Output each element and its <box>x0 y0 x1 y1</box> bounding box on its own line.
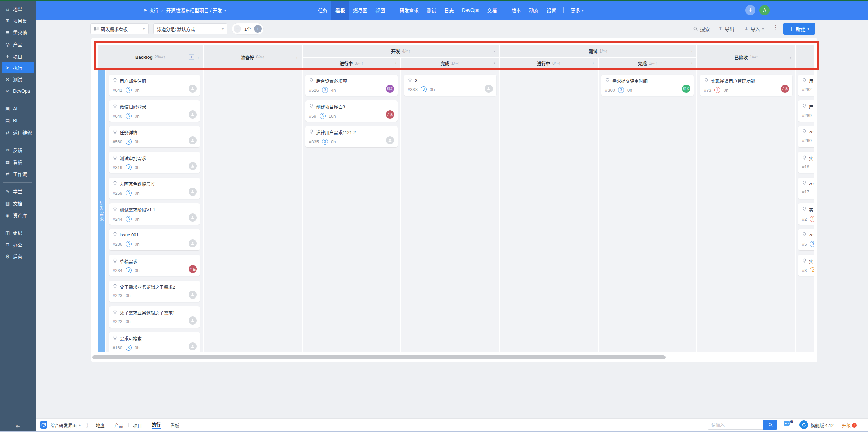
sidebar-item-学堂[interactable]: ✎学堂 <box>0 185 36 197</box>
assignee-avatar-icon[interactable] <box>189 213 197 222</box>
assignee-avatar[interactable]: 产品 <box>386 110 394 119</box>
quick-create-button[interactable]: + <box>745 5 755 15</box>
assignee-avatar-icon[interactable] <box>386 136 394 144</box>
kanban-card[interactable]: 实现禅道用户管理功能#7310h产品 <box>700 75 792 96</box>
nav-item-设置[interactable]: 设置 <box>543 1 560 20</box>
column-menu-icon[interactable]: ⋮ <box>295 55 299 60</box>
assignee-avatar-icon[interactable] <box>189 162 197 170</box>
column-header-开发[interactable]: 开发4/∞↑⋮ <box>303 45 499 57</box>
column-menu-icon[interactable]: ⋮ <box>690 48 694 54</box>
sidebar-item-AI[interactable]: ▣AI <box>0 103 36 115</box>
kanban-card[interactable]: 去阿瓦色跌幅层长#25930h <box>109 178 200 199</box>
sidebar-item-后台[interactable]: ⚙后台 <box>0 250 36 262</box>
kanban-card[interactable]: 微信扫码登录#64030h <box>109 100 200 122</box>
kanban-card[interactable]: 用户邮件注册#64130h <box>109 75 200 96</box>
sidebar-item-地盘[interactable]: ⌂地盘 <box>0 3 36 15</box>
kanban-card[interactable]: 任务详情#56030h <box>109 126 200 147</box>
assignee-avatar-icon[interactable] <box>189 316 197 325</box>
kanban-card[interactable]: 实#18 <box>798 152 814 173</box>
kanban-card[interactable]: 用#282 <box>798 75 814 96</box>
sidebar-item-测试[interactable]: ⊙测试 <box>0 73 36 85</box>
kanban-card[interactable]: 后台设置必填项#52634h研发 <box>305 75 398 96</box>
nav-item-任务[interactable]: 任务 <box>314 1 331 20</box>
sidebar-item-办公[interactable]: ⊟办公 <box>0 239 36 250</box>
breadcrumb-path[interactable]: 开源版瀑布模型项目 / 开发 <box>166 7 222 14</box>
kanban-card[interactable]: 道律用户需求1121-2#33530h <box>305 126 398 147</box>
assignee-avatar-icon[interactable] <box>189 291 197 299</box>
search-button[interactable]: 搜索 <box>693 25 710 32</box>
sidebar-item-返厂维修[interactable]: ⇄返厂维修 <box>0 126 36 138</box>
kanban-card[interactable]: 需求提交评审时间#30030h研发 <box>601 75 694 96</box>
sidebar-item-组织[interactable]: ◫组织 <box>0 227 36 239</box>
sidebar-item-看板[interactable]: ▦看板 <box>0 156 36 168</box>
nav-item-研发需求[interactable]: 研发需求 <box>396 1 423 20</box>
upgrade-link[interactable]: 升级 ↑ <box>842 422 857 428</box>
nav-item-文档[interactable]: 文档 <box>483 1 501 20</box>
sidebar-item-项目[interactable]: ✈项目 <box>0 50 36 62</box>
kanban-card[interactable]: 实#21 <box>798 203 814 225</box>
quick-search-button[interactable] <box>763 420 777 430</box>
column-menu-icon[interactable]: ⋮ <box>196 55 200 60</box>
column-header-准备好[interactable]: 准备好0/∞↑⋮ <box>204 45 302 69</box>
breadcrumb-section[interactable]: 执行 <box>149 7 158 14</box>
assignee-avatar-icon[interactable] <box>189 342 197 350</box>
kanban-card[interactable]: 草稿需求#23430h产品 <box>109 255 200 276</box>
column-menu-icon[interactable]: ⋮ <box>690 61 694 66</box>
ai-chat-icon[interactable]: AI <box>783 421 792 429</box>
nav-item-更多[interactable]: 更多▾ <box>567 1 588 20</box>
kanban-card[interactable]: 测试审批需求#31930h <box>109 152 200 173</box>
sidebar-item-文档[interactable]: ▥文档 <box>0 197 36 209</box>
sidebar-item-工作流[interactable]: ⇌工作流 <box>0 168 36 180</box>
nav-item-测试[interactable]: 测试 <box>423 1 440 20</box>
kanban-card[interactable]: 父子需求业务逻辑之子需求2#2230h <box>109 281 200 302</box>
subcolumn-header-进行中[interactable]: 进行中0/∞↑⋮ <box>500 58 598 69</box>
horizontal-scrollbar[interactable] <box>92 355 666 359</box>
assignee-avatar[interactable]: 产品 <box>781 85 789 93</box>
nav-item-视图[interactable]: 视图 <box>371 1 389 20</box>
column-header-cut-off[interactable] <box>796 45 814 69</box>
kanban-card[interactable]: issue 001#23630h <box>109 229 200 250</box>
sidebar-item-资产库[interactable]: ◈资产库 <box>0 209 36 221</box>
subcolumn-header-完成[interactable]: 完成1/∞↑⋮ <box>401 58 499 69</box>
sidebar-item-反馈[interactable]: ✉反馈 <box>0 144 36 156</box>
assignee-avatar-icon[interactable] <box>189 136 197 144</box>
subcolumn-header-进行中[interactable]: 进行中3/∞↑⋮ <box>303 58 400 69</box>
nav-item-DevOps[interactable]: DevOps <box>458 1 483 20</box>
kanban-card[interactable]: ze#17 <box>798 178 814 199</box>
user-avatar[interactable]: A <box>759 5 770 15</box>
assignee-avatar-icon[interactable] <box>485 85 493 93</box>
sidebar-item-执行[interactable]: ➤执行 <box>2 62 34 73</box>
kanban-card[interactable]: 3#33830h <box>404 75 496 96</box>
kanban-card[interactable]: 实#32 <box>798 255 814 276</box>
column-menu-icon[interactable]: ⋮ <box>788 55 793 60</box>
more-actions-icon[interactable]: ⋮ <box>773 24 778 30</box>
sidebar-item-BI[interactable]: ▤BI <box>0 115 36 126</box>
column-menu-icon[interactable]: ⋮ <box>393 61 398 66</box>
kanban-card[interactable]: 创建项目界面3#59316h产品 <box>305 100 398 122</box>
kanban-card[interactable]: 测试需求阶段V1.1#24430h <box>109 203 200 225</box>
kanban-card[interactable]: ze#260 <box>798 126 814 147</box>
swimlane-group-select[interactable]: 泳道分组: 默认方式 ▾ <box>153 23 227 34</box>
nav-item-看板[interactable]: 看板 <box>331 1 349 20</box>
board-select[interactable]: 研发需求看板 ▾ <box>90 23 149 34</box>
export-button[interactable]: ↥ 导出 <box>718 25 734 32</box>
assignee-avatar[interactable]: 产品 <box>189 265 197 273</box>
column-header-已验收[interactable]: 已验收1/∞↑⋮ <box>697 45 795 69</box>
column-menu-icon[interactable]: ⋮ <box>492 48 497 54</box>
subcolumn-header-完成[interactable]: 完成1/∞↑⋮ <box>599 58 696 69</box>
nav-item-动态[interactable]: 动态 <box>525 1 543 20</box>
kanban-card[interactable]: 父子需求业务逻辑之子需求1#2220h <box>109 306 200 328</box>
assignee-avatar-icon[interactable] <box>189 188 197 196</box>
sidebar-item-产品[interactable]: ◎产品 <box>0 38 36 50</box>
add-card-icon[interactable]: + <box>189 54 194 60</box>
breadcrumb[interactable]: ➤ 执行 › 开源版瀑布模型项目 / 开发 ▾ <box>143 1 226 20</box>
create-button[interactable]: ＋ 新建 ▾ <box>783 23 815 35</box>
kanban-card[interactable]: ze#53 <box>798 229 814 250</box>
column-menu-icon[interactable]: ⋮ <box>492 61 497 66</box>
assignee-avatar[interactable]: 研发 <box>386 85 394 93</box>
nav-item-版本[interactable]: 版本 <box>507 1 525 20</box>
sidebar-item-项目集[interactable]: ⊞项目集 <box>0 15 36 26</box>
assignee-avatar-icon[interactable] <box>189 239 197 247</box>
assignee-avatar[interactable]: 研发 <box>682 85 690 93</box>
sidebar-collapse-icon[interactable]: ⇤ <box>0 423 36 429</box>
